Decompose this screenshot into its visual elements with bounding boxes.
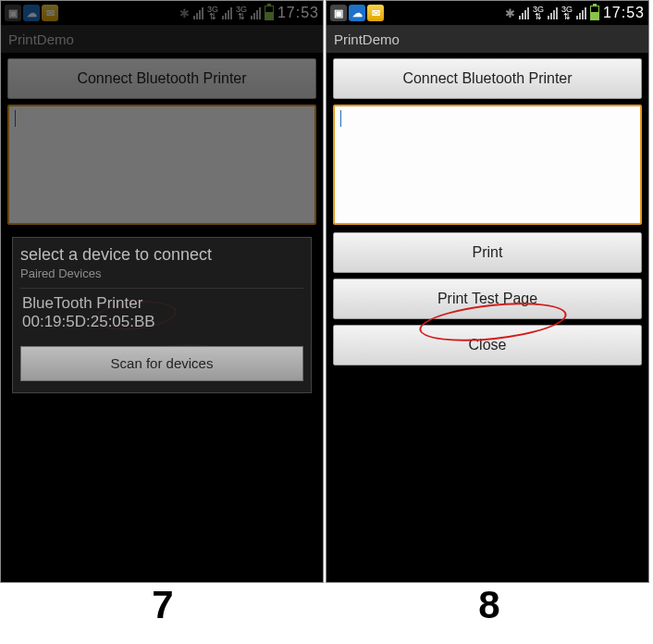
signal-3g-1: 3G⇅: [533, 6, 558, 20]
figure-labels: 7 8: [0, 583, 653, 627]
battery-icon: [265, 6, 274, 20]
text-input[interactable]: [7, 105, 316, 225]
status-clock: 17:53: [603, 5, 645, 21]
connect-bluetooth-button[interactable]: Connect Bluetooth Printer: [333, 58, 642, 99]
text-input[interactable]: [333, 105, 642, 225]
close-button[interactable]: Close: [333, 325, 642, 365]
wifi-icon: [519, 7, 529, 19]
bluetooth-icon: ✱: [179, 6, 190, 20]
bluetooth-icon: ✱: [505, 6, 515, 20]
print-test-page-button[interactable]: Print Test Page: [333, 279, 642, 319]
figure-label-right: 8: [326, 583, 653, 627]
signal-3g-1: 3G⇅: [207, 6, 232, 20]
device-mac: 00:19:5D:25:05:BB: [22, 313, 302, 331]
connect-bluetooth-button[interactable]: Connect Bluetooth Printer: [7, 58, 316, 99]
phone-screen-8: ▣ ☁ ✉ ✱ 3G⇅ 3G⇅ 17:53 Print: [326, 0, 649, 583]
status-bar: ▣ ☁ ✉ ✱ 3G⇅ 3G⇅ 17:53: [1, 1, 323, 25]
status-clock: 17:53: [277, 5, 319, 21]
app-title: PrintDemo: [8, 31, 74, 47]
device-select-dialog: select a device to connect Paired Device…: [12, 237, 312, 393]
signal-3g-2: 3G⇅: [236, 6, 261, 20]
app-title-bar: PrintDemo: [1, 25, 323, 53]
dialog-title: select a device to connect: [20, 245, 303, 265]
phone-screen-7: ▣ ☁ ✉ ✱ 3G⇅ 3G⇅ 17:53 Print: [0, 0, 324, 583]
cloud-icon: ☁: [349, 5, 365, 21]
mail-icon: ✉: [367, 5, 384, 21]
device-name: BlueTooth Printer: [22, 294, 302, 313]
app-title-bar: PrintDemo: [326, 25, 648, 53]
status-bar: ▣ ☁ ✉ ✱ 3G⇅ 3G⇅ 17:53: [326, 1, 648, 25]
gallery-icon: ▣: [330, 5, 347, 21]
gallery-icon: ▣: [5, 5, 21, 21]
mail-icon: ✉: [42, 5, 58, 21]
battery-icon: [590, 6, 599, 20]
wifi-icon: [193, 7, 203, 19]
dialog-subtitle: Paired Devices: [20, 266, 303, 280]
cloud-icon: ☁: [23, 5, 40, 21]
print-button[interactable]: Print: [333, 232, 642, 273]
figure-label-left: 7: [0, 583, 326, 627]
scan-for-devices-button[interactable]: Scan for devices: [20, 346, 303, 381]
paired-device-item[interactable]: BlueTooth Printer 00:19:5D:25:05:BB: [20, 288, 303, 341]
signal-3g-2: 3G⇅: [561, 6, 586, 20]
app-title: PrintDemo: [334, 31, 400, 47]
